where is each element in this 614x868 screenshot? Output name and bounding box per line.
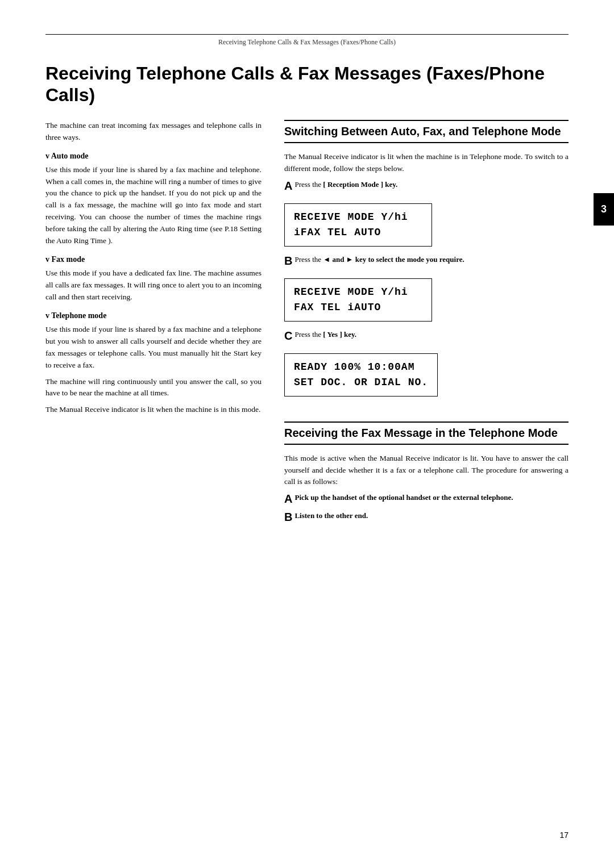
lcd-2-line-1: RECEIVE MODE Y/hi: [294, 285, 422, 300]
auto-mode-text: Use this mode if your line is shared by …: [45, 164, 262, 247]
lcd-1-line-2: iFAX TEL AUTO: [294, 225, 422, 240]
telephone-mode-text-1: Use this mode if your line is shared by …: [45, 324, 262, 372]
step-a-letter: A: [284, 180, 292, 192]
lcd-3-line-2: SET DOC. OR DIAL NO.: [294, 375, 428, 390]
page-number: 17: [559, 831, 569, 840]
telephone-mode-text-3: The Manual Receive indicator is lit when…: [45, 404, 262, 416]
fax-mode-text: Use this mode if you have a dedicated fa…: [45, 268, 262, 303]
switching-section-title: Switching Between Auto, Fax, and Telepho…: [284, 120, 569, 143]
lcd-2-line-2: FAX TEL iAUTO: [294, 300, 422, 315]
switching-intro: The Manual Receive indicator is lit when…: [284, 151, 569, 175]
switching-step-a: A Press the [ Reception Mode ] key.: [284, 180, 569, 192]
step-a-text: Press the [ Reception Mode ] key.: [294, 180, 397, 190]
telephone-mode-text-2: The machine will ring continuously until…: [45, 376, 262, 400]
step-b-letter: B: [284, 254, 292, 267]
chapter-tab: 3: [594, 193, 614, 226]
receiving-step-a-text: Pick up the handset of the optional hand…: [294, 493, 513, 503]
receiving-section-title: Receiving the Fax Message in the Telepho…: [284, 422, 569, 445]
page-header: Receiving Telephone Calls & Fax Messages…: [45, 34, 569, 47]
lcd-display-1: RECEIVE MODE Y/hi iFAX TEL AUTO: [284, 203, 432, 247]
lcd-3-line-1: READY 100% 10:00AM: [294, 360, 428, 375]
receiving-step-a: A Pick up the handset of the optional ha…: [284, 493, 569, 505]
receiving-step-b: B Listen to the other end.: [284, 511, 569, 523]
header-text: Receiving Telephone Calls & Fax Messages…: [218, 38, 396, 46]
left-column: The machine can treat incoming fax messa…: [45, 120, 262, 529]
lcd-1-line-1: RECEIVE MODE Y/hi: [294, 210, 422, 225]
lcd-display-3: READY 100% 10:00AM SET DOC. OR DIAL NO.: [284, 353, 438, 397]
telephone-mode-heading: Telephone mode: [45, 311, 262, 320]
switching-step-b: B Press the ◄ and ► key to select the mo…: [284, 254, 569, 267]
auto-mode-heading: Auto mode: [45, 152, 262, 161]
main-title: Receiving Telephone Calls & Fax Messages…: [45, 62, 569, 106]
receiving-step-b-text: Listen to the other end.: [294, 511, 368, 521]
lcd-display-2: RECEIVE MODE Y/hi FAX TEL iAUTO: [284, 278, 432, 322]
fax-mode-heading: Fax mode: [45, 255, 262, 264]
step-b-text: Press the ◄ and ► key to select the mode…: [294, 254, 464, 265]
receiving-intro: This mode is active when the Manual Rece…: [284, 453, 569, 489]
intro-paragraph: The machine can treat incoming fax messa…: [45, 120, 262, 144]
receiving-step-a-letter: A: [284, 493, 292, 505]
step-c-letter: C: [284, 329, 292, 342]
step-c-text: Press the [ Yes ] key.: [294, 329, 356, 340]
page: Receiving Telephone Calls & Fax Messages…: [0, 0, 614, 868]
receiving-step-b-letter: B: [284, 511, 292, 523]
switching-step-c: C Press the [ Yes ] key.: [284, 329, 569, 342]
two-column-layout: The machine can treat incoming fax messa…: [45, 120, 569, 529]
right-column: Switching Between Auto, Fax, and Telepho…: [284, 120, 569, 529]
